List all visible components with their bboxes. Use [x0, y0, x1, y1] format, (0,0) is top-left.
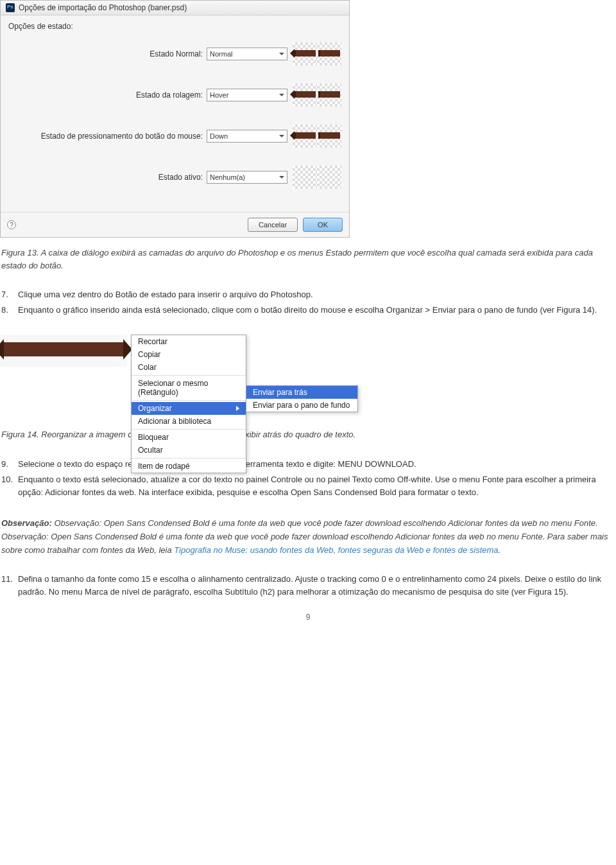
note-link[interactable]: Tipografia no Muse: usando fontes da Web…: [174, 545, 498, 555]
layer-preview: [317, 83, 341, 107]
layer-preview: [317, 125, 341, 148]
cancel-button[interactable]: Cancelar: [248, 218, 298, 232]
layer-preview: [293, 83, 317, 107]
dialog-titlebar: Opções de importação do Photoshop (baner…: [1, 1, 349, 15]
menu-separator: [132, 458, 246, 459]
steps-list: 11. Defina o tamanho da fonte como 15 e …: [1, 573, 615, 599]
list-item: 10. Enquanto o texto está selecionado, a…: [1, 473, 615, 499]
menu-item-add-library[interactable]: Adicionar à biblioteca: [132, 415, 246, 428]
chevron-down-icon: [279, 176, 284, 179]
dropdown-value: Nenhum(a): [210, 173, 245, 181]
steps-list: 7. Clique uma vez dentro do Botão de est…: [1, 288, 615, 317]
state-row-down: Estado de pressionamento do botão do mou…: [8, 125, 341, 148]
chevron-down-icon: [279, 53, 284, 55]
page-number: 9: [0, 613, 616, 622]
chevron-down-icon: [279, 135, 284, 137]
step-text: Clique uma vez dentro do Botão de estado…: [18, 288, 313, 301]
menu-item-cut[interactable]: Recortar: [132, 335, 246, 348]
ok-button[interactable]: OK: [303, 218, 343, 232]
list-item: 11. Defina o tamanho da fonte como 15 e …: [1, 573, 615, 599]
dropdown-value: Down: [210, 132, 228, 140]
menu-item-footer[interactable]: Item de rodapé: [132, 460, 246, 473]
options-heading: Opções de estado:: [8, 22, 341, 31]
step-text: Enquanto o gráfico inserido ainda está s…: [18, 304, 597, 317]
note-lead: Observação:: [1, 518, 52, 528]
state-active-dropdown[interactable]: Nenhum(a): [207, 171, 287, 184]
note-body-end: .: [499, 545, 501, 555]
menu-item-select-same[interactable]: Selecionar o mesmo (Retângulo): [132, 377, 246, 399]
selected-banner-graphic: [0, 335, 127, 367]
menu-separator: [132, 400, 246, 401]
layer-previews: [293, 83, 341, 107]
submenu-item-send-to-back[interactable]: Enviar para o pano de fundo: [246, 399, 357, 412]
menu-separator: [132, 375, 246, 376]
state-row-normal: Estado Normal: Normal: [8, 42, 341, 66]
help-icon[interactable]: ?: [7, 220, 16, 229]
step-number: 8.: [1, 304, 18, 317]
context-menu-figure: Recortar Copiar Colar Selecionar o mesmo…: [0, 335, 359, 367]
steps-list: 9. Selecione o texto do espaço reservado…: [1, 458, 615, 499]
dialog-buttons: Cancelar OK: [248, 218, 343, 232]
menu-item-label: Organizar: [138, 404, 172, 413]
layer-previews: [293, 125, 341, 148]
note-block: Observação: Observação: Open Sans Conden…: [1, 517, 615, 557]
state-label: Estado Normal:: [150, 49, 203, 58]
layer-previews: [293, 166, 341, 189]
dialog-body: Opções de estado: Estado Normal: Normal …: [1, 15, 349, 212]
step-text: Defina o tamanho da fonte como 15 e esco…: [18, 573, 615, 599]
list-item: 9. Selecione o texto do espaço reservado…: [1, 458, 615, 471]
ribbon-icon: [4, 342, 123, 356]
chevron-right-icon: [236, 406, 239, 411]
context-menu: Recortar Copiar Colar Selecionar o mesmo…: [131, 335, 246, 473]
state-label: Estado de pressionamento do botão do mou…: [41, 132, 203, 141]
list-item: 8. Enquanto o gráfico inserido ainda est…: [1, 304, 615, 317]
state-down-dropdown[interactable]: Down: [207, 130, 287, 143]
menu-item-arrange[interactable]: Organizar: [132, 402, 246, 415]
step-number: 7.: [1, 288, 18, 301]
state-normal-dropdown[interactable]: Normal: [207, 48, 287, 60]
state-label: Estado ativo:: [158, 173, 203, 182]
figure-14-caption: Figura 14. Reorganizar a imagem de banne…: [1, 428, 615, 441]
state-row-active: Estado ativo: Nenhum(a): [8, 166, 341, 189]
state-row-hover: Estado da rolagem: Hover: [8, 83, 341, 107]
chevron-down-icon: [279, 94, 284, 96]
layer-preview: [293, 42, 317, 66]
layer-preview: [317, 166, 341, 189]
menu-item-hide[interactable]: Ocultar: [132, 444, 246, 457]
dropdown-value: Hover: [210, 91, 228, 99]
menu-item-paste[interactable]: Colar: [132, 361, 246, 374]
layer-previews: [293, 42, 341, 66]
dialog-title-text: Opções de importação do Photoshop (baner…: [19, 3, 187, 12]
menu-item-copy[interactable]: Copiar: [132, 348, 246, 361]
layer-preview: [293, 166, 317, 189]
submenu-item-send-back[interactable]: Enviar para trás: [246, 386, 357, 399]
step-number: 9.: [1, 458, 18, 471]
step-number: 10.: [1, 473, 18, 499]
menu-item-lock[interactable]: Bloquear: [132, 431, 246, 444]
arrange-submenu: Enviar para trás Enviar para o pano de f…: [246, 385, 358, 412]
layer-preview: [317, 42, 341, 66]
state-hover-dropdown[interactable]: Hover: [207, 89, 287, 101]
menu-separator: [132, 429, 246, 430]
photoshop-import-dialog: Opções de importação do Photoshop (baner…: [0, 0, 350, 238]
photoshop-icon: [6, 3, 15, 12]
step-number: 11.: [1, 573, 18, 599]
figure-13-caption: Figura 13. A caixa de diálogo exibirá as…: [1, 247, 615, 272]
list-item: 7. Clique uma vez dentro do Botão de est…: [1, 288, 615, 301]
dialog-footer: ? Cancelar OK: [1, 212, 349, 237]
layer-preview: [293, 125, 317, 148]
state-label: Estado da rolagem:: [136, 91, 203, 100]
dropdown-value: Normal: [210, 50, 232, 58]
step-text: Enquanto o texto está selecionado, atual…: [18, 473, 615, 499]
